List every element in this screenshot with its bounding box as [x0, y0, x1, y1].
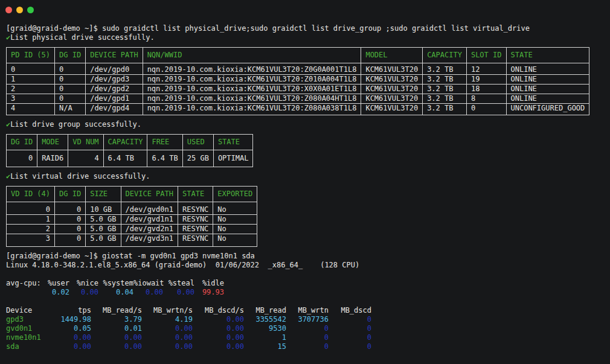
column-header: NQN/WWID [143, 48, 361, 63]
table-cell: 3.2 TB [423, 63, 467, 75]
table-cell: 0 [55, 63, 86, 75]
table-cell: OPTIMAL [213, 150, 253, 167]
device-stat-value: 0.01 [91, 324, 142, 333]
table-cell: 0 [7, 202, 55, 215]
table-cell: 6.4 TB [147, 150, 182, 167]
table-row: 0RAID646.4 TB6.4 TB25 GBOPTIMAL [7, 150, 253, 167]
table-cell: 1 [7, 75, 55, 85]
table-cell: /dev/gvd0n1 [121, 202, 178, 215]
table-header-row: VD ID (4)DG IDSIZEDEVICE PATHSTATEEXPORT… [7, 187, 257, 202]
success-message-drive-group: ✔List drive group successfully. [6, 120, 610, 129]
col-device: Device [6, 306, 57, 315]
device-stat-value: 3.79 [91, 315, 142, 324]
avg-cpu-values-row: 0.020.000.040.000.0099.93 [6, 288, 610, 297]
cpu-col-user: %user [41, 279, 69, 288]
table-cell: 0 [7, 150, 37, 167]
cpu-col-idle: %idle [194, 279, 224, 288]
device-stat-value: 0.00 [193, 342, 244, 351]
table-cell: KCM61VUL3T20 [361, 75, 423, 85]
table-cell: 1 [7, 215, 55, 225]
terminal-content: [graid@graid-demo ~]$ sudo graidctl list… [0, 19, 610, 351]
column-header: DEVICE PATH [86, 48, 143, 63]
avg-cpu-value: 0.00 [69, 288, 98, 297]
table-cell: KCM61VUL3T20 [361, 63, 423, 75]
table-cell: No [213, 225, 257, 234]
column-header: VD ID (4) [7, 187, 55, 202]
cpu-col-nice: %nice [69, 279, 98, 288]
device-stat-value: 0.00 [142, 324, 193, 333]
table-cell: 12 [466, 63, 506, 75]
table-cell: /dev/gvd2n1 [121, 225, 178, 234]
column-header: MODE [37, 135, 68, 150]
iostat-device-rows: gpd31449.983.794.190.00335554237077360gv… [6, 315, 610, 351]
table-cell: No [213, 215, 257, 225]
table-cell: 3.2 TB [423, 94, 467, 104]
table-cell: 0 [55, 202, 86, 215]
table-cell: UNCONFIGURED_GOOD [506, 104, 589, 115]
column-header: STATE [178, 187, 213, 202]
iostat-device-row: nvme10n10.000.000.000.00100 [6, 333, 610, 342]
column-header: PD ID (5) [7, 48, 55, 63]
iostat-header-row: DevicetpsMB_read/sMB_wrtn/sMB_dscd/sMB_r… [6, 306, 610, 315]
device-stat-value: 0.00 [57, 333, 91, 342]
column-header: EXPORTED [213, 187, 257, 202]
avg-cpu-value: 0.00 [133, 288, 163, 297]
column-header: CAPACITY [423, 48, 467, 63]
virtual-drive-table: VD ID (4)DG IDSIZEDEVICE PATHSTATEEXPORT… [6, 186, 257, 247]
column-header: VD NUM [68, 135, 103, 150]
avg-cpu-value: 0.02 [41, 288, 69, 297]
column-header: MODEL [361, 48, 423, 63]
table-cell: RESYNC [178, 202, 213, 215]
table-row: 305.0 GB/dev/gvd3n1RESYNCNo [7, 234, 257, 247]
table-cell: 6.4 TB [103, 150, 147, 167]
device-stat-value: 0.00 [91, 333, 142, 342]
success-text: List drive group successfully. [10, 120, 141, 129]
table-cell: /dev/gpd2 [86, 85, 143, 94]
table-cell: ONLINE [506, 85, 589, 94]
device-stat-value: 4.19 [142, 315, 193, 324]
zoom-button-icon[interactable] [27, 7, 34, 13]
close-button-icon[interactable] [5, 7, 12, 13]
device-stat-value: 0.00 [91, 342, 142, 351]
table-row: 205.0 GB/dev/gvd2n1RESYNCNo [7, 225, 257, 234]
column-header: DEVICE PATH [121, 187, 178, 202]
table-cell: ONLINE [506, 75, 589, 85]
column-header: DG ID [55, 48, 86, 63]
device-stat-value: 0 [286, 324, 329, 333]
blank-line [6, 270, 610, 279]
table-cell: 5.0 GB [86, 215, 121, 225]
table-row: 10/dev/gpd3nqn.2019-10.com.kioxia:KCM61V… [7, 75, 589, 85]
table-cell: 0 [55, 234, 86, 247]
iostat-device-row: sda0.000.000.000.001500 [6, 342, 610, 351]
table-cell: 2 [7, 225, 55, 234]
device-stat-value: 0 [329, 315, 371, 324]
cpu-col-steal: %steal [163, 279, 194, 288]
col-mb-read: MB_read [244, 306, 286, 315]
device-stat-value: 0.00 [57, 342, 91, 351]
table-cell: nqn.2019-10.com.kioxia:KCM61VUL3T20:X0X0… [143, 85, 361, 94]
table-cell: 18 [466, 85, 506, 94]
table-cell: 2 [7, 85, 55, 94]
device-name: nvme10n1 [6, 333, 57, 342]
table-cell: RESYNC [178, 215, 213, 225]
title-bar[interactable] [0, 0, 610, 19]
col-mb-read-s: MB_read/s [91, 306, 142, 315]
avg-cpu-label-spacer [6, 288, 41, 297]
success-message-physical: ✔List physical drive successfully. [6, 33, 610, 42]
column-header: DG ID [55, 187, 86, 202]
table-cell: /dev/gvd1n1 [121, 215, 178, 225]
table-cell: No [213, 202, 257, 215]
device-stat-value: 0.00 [142, 333, 193, 342]
table-cell: 0 [55, 75, 86, 85]
physical-drive-table: PD ID (5)DG IDDEVICE PATHNQN/WWIDMODELCA… [6, 47, 589, 115]
col-mb-dscd-s: MB_dscd/s [193, 306, 244, 315]
device-stat-value: 1 [244, 333, 286, 342]
table-cell: nqn.2019-10.com.kioxia:KCM61VUL3T20:Z080… [143, 94, 361, 104]
table-cell: /dev/gpd4 [86, 104, 143, 115]
drive-group-table: DG IDMODEVD NUMCAPACITYFREEUSEDSTATE0RAI… [6, 134, 253, 167]
table-cell: 0 [55, 215, 86, 225]
table-cell: 10 GB [86, 202, 121, 215]
minimize-button-icon[interactable] [16, 7, 23, 13]
table-cell: RAID6 [37, 150, 68, 167]
table-cell: 0 [55, 85, 86, 94]
